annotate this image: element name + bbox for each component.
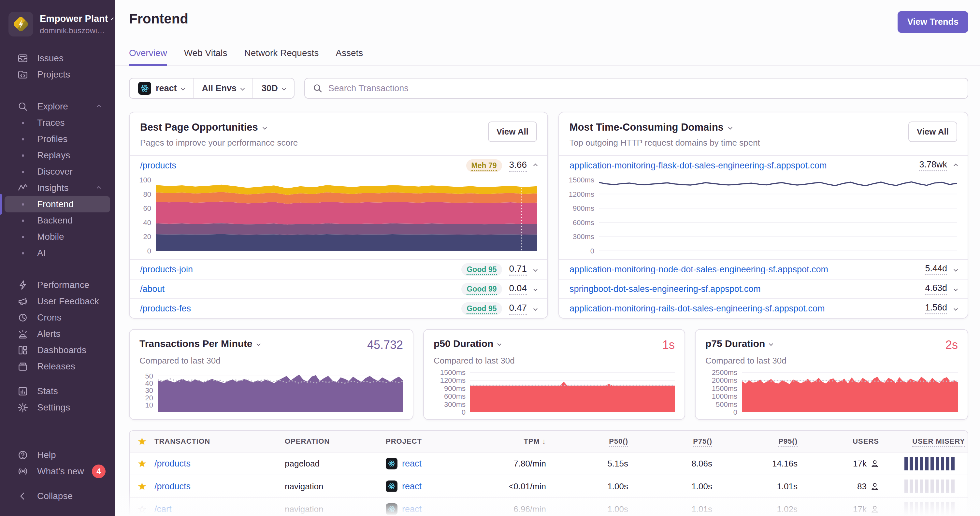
chevron-down-icon[interactable] [954, 267, 958, 271]
column-header-operation[interactable]: OPERATION [285, 437, 386, 446]
view-trends-button[interactable]: View Trends [897, 11, 968, 33]
sidebar-item-mobile[interactable]: Mobile [5, 229, 110, 245]
sidebar-item-alerts[interactable]: Alerts [5, 326, 110, 342]
sidebar-item-profiles[interactable]: Profiles [5, 131, 110, 147]
p75-plot [742, 372, 958, 412]
sidebar-item-discover[interactable]: Discover [5, 164, 110, 180]
transaction-link[interactable]: /products [154, 459, 191, 468]
sidebar-item-issues[interactable]: Issues [5, 50, 110, 67]
project-link[interactable]: react [402, 481, 422, 492]
sidebar-item-frontend[interactable]: Frontend [5, 196, 110, 213]
column-header-tpm[interactable]: TPM ↓ [523, 437, 549, 446]
sidebar-collapse-button[interactable]: Collapse [5, 488, 110, 504]
domain-link[interactable]: application-monitoring-rails-dot-sales-e… [570, 303, 825, 314]
p50-title[interactable]: p50 Duration [434, 338, 501, 349]
project-link[interactable]: react [402, 459, 422, 469]
sidebar-item-traces[interactable]: Traces [5, 115, 110, 131]
sidebar-item-dashboards[interactable]: Dashboards [5, 342, 110, 358]
table-row: ☆/cartnavigationreact6.96/min1.00s1.01s1… [130, 498, 967, 516]
search-transactions[interactable] [304, 78, 968, 99]
date-range-filter[interactable]: 30D [253, 78, 294, 98]
sidebar-item-releases[interactable]: Releases [5, 358, 110, 375]
projects-icon [17, 69, 29, 80]
column-header-project[interactable]: PROJECT [386, 437, 484, 446]
opportunities-view-all-button[interactable]: View All [488, 122, 537, 142]
tab-web-vitals[interactable]: Web Vitals [184, 48, 228, 65]
domain-row: springboot-dot-sales-engineering-sf.apps… [559, 279, 967, 298]
sidebar-item-label: Alerts [37, 329, 102, 339]
sidebar-item-label: Traces [37, 117, 102, 128]
chevron-down-icon[interactable] [533, 267, 538, 271]
sort-desc-icon: ↓ [540, 437, 546, 445]
project-filter[interactable]: react [130, 78, 193, 98]
chevron-down-icon[interactable] [954, 306, 958, 311]
chevron-left-icon [16, 491, 29, 502]
react-icon [386, 458, 398, 469]
bullet-icon [16, 236, 29, 238]
sidebar-item-crons[interactable]: Crons [5, 310, 110, 326]
sidebar-item-projects[interactable]: Projects [5, 67, 110, 83]
sidebar-item-help[interactable]: Help [5, 447, 110, 463]
sidebar-item-settings[interactable]: Settings [5, 399, 110, 416]
sidebar-item-replays[interactable]: Replays [5, 147, 110, 164]
sidebar-item-what-s-new[interactable]: What's new4 [5, 463, 110, 479]
sidebar-item-label: Discover [37, 167, 102, 177]
tab-network-requests[interactable]: Network Requests [244, 48, 319, 65]
org-name[interactable]: Empower Plant [40, 13, 107, 24]
environment-filter[interactable]: All Envs [193, 78, 253, 98]
best-page-opportunities-title[interactable]: Best Page Opportunities [140, 122, 298, 133]
search-input[interactable] [328, 83, 960, 94]
tpm-title[interactable]: Transactions Per Minute [140, 338, 260, 349]
column-header-p50-[interactable]: P50() [609, 437, 631, 446]
environment-filter-label: All Envs [202, 83, 237, 94]
column-header-p95-[interactable]: P95() [778, 437, 800, 446]
sidebar-item-user-feedback[interactable]: User Feedback [5, 293, 110, 310]
favorite-star-icon[interactable]: ★ [137, 480, 147, 492]
tpm-y-axis: 5040302010 [140, 372, 158, 412]
transaction-link[interactable]: /products-join [140, 265, 193, 275]
favorite-star-icon[interactable]: ☆ [137, 503, 147, 515]
chevron-up-icon[interactable] [954, 164, 958, 168]
p50-chart: 1500ms1200ms900ms600ms300ms0 [434, 372, 675, 412]
sidebar-item-insights[interactable]: Insights [5, 180, 110, 196]
sidebar-item-backend[interactable]: Backend [5, 213, 110, 229]
sidebar-item-explore[interactable]: Explore [5, 98, 110, 115]
chevron-down-icon[interactable] [533, 306, 538, 311]
column-header-transaction[interactable]: TRANSACTION [154, 437, 285, 446]
sidebar-item-stats[interactable]: Stats [5, 383, 110, 399]
users-cell: 17k [853, 504, 881, 514]
transaction-link[interactable]: /cart [154, 504, 172, 514]
project-link[interactable]: react [402, 504, 422, 514]
tpm-plot [158, 372, 403, 412]
metric-card-header: p50 Duration1s [434, 338, 675, 352]
transaction-link[interactable]: /products [154, 481, 191, 491]
favorite-star-icon[interactable]: ★ [137, 457, 147, 470]
domain-link[interactable]: application-monitoring-flask-dot-sales-e… [570, 160, 827, 171]
tab-overview[interactable]: Overview [129, 48, 167, 65]
org-switcher[interactable]: Empower Plant dominik.buszowiec… [0, 9, 115, 39]
column-header-user-misery[interactable]: USER MISERY [912, 437, 967, 446]
transaction-link[interactable]: /about [140, 284, 164, 294]
sidebar-item-ai[interactable]: AI [5, 245, 110, 261]
chevron-up-icon[interactable] [533, 164, 538, 168]
column-header-users[interactable]: USERS [853, 437, 881, 446]
transaction-link[interactable]: /products [140, 160, 176, 171]
domain-link[interactable]: springboot-dot-sales-engineering-sf.apps… [570, 284, 761, 294]
p75-cell: 1.01s [691, 504, 715, 514]
search-icon [17, 101, 29, 112]
domains-view-all-button[interactable]: View All [908, 122, 957, 142]
opportunity-row-metrics: Good 990.04 [461, 283, 537, 295]
tab-assets[interactable]: Assets [336, 48, 363, 65]
transaction-link[interactable]: /products-fes [140, 303, 191, 314]
time-consuming-domains-title[interactable]: Most Time-Consuming Domains [570, 122, 760, 133]
chevron-down-icon[interactable] [533, 287, 538, 291]
opportunity-row: /products-fesGood 950.47 [130, 298, 547, 318]
p75-title[interactable]: p75 Duration [705, 338, 772, 349]
domain-link[interactable]: application-monitoring-node-dot-sales-en… [570, 265, 828, 275]
org-meta: Empower Plant dominik.buszowiec… [40, 13, 107, 35]
sidebar-item-performance[interactable]: Performance [5, 277, 110, 293]
table-row: ★/productsnavigationreact<0.01/min1.00s1… [130, 475, 967, 498]
chevron-down-icon[interactable] [954, 287, 958, 291]
projects-icon [16, 69, 29, 80]
column-header-p75-[interactable]: P75() [693, 437, 715, 446]
